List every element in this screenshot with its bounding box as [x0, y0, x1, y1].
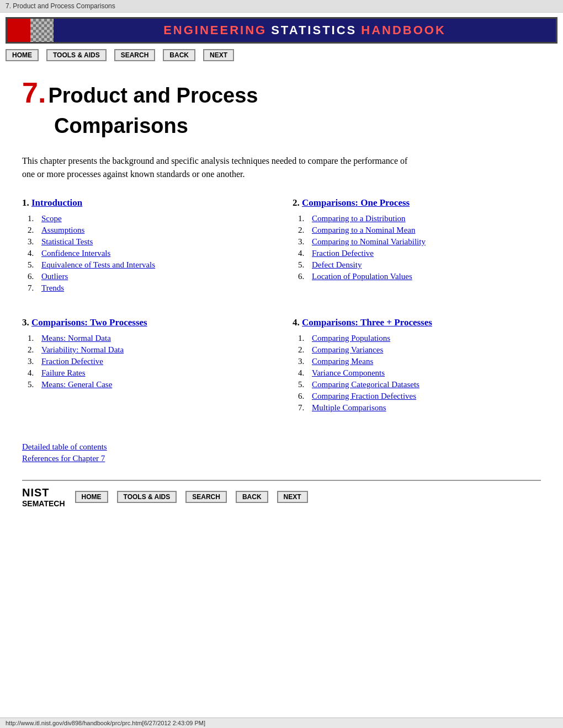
section4-link[interactable]: Comparisons: Three + Processes: [302, 317, 432, 328]
list-item: 4.Failure Rates: [28, 368, 270, 378]
section1-link[interactable]: Introduction: [31, 197, 82, 208]
s3-item4-link[interactable]: Failure Rates: [41, 368, 86, 378]
s4-item3-link[interactable]: Comparing Means: [312, 357, 373, 366]
footer-tools-button[interactable]: TOOLS & AIDS: [117, 491, 177, 503]
s3-item2-link[interactable]: Variability: Normal Data: [41, 345, 124, 355]
chapter-title-line1: Product and Process: [48, 84, 258, 107]
s1-item4-link[interactable]: Confidence Intervals: [41, 249, 110, 258]
section2-list: 1.Comparing to a Distribution 2.Comparin…: [293, 214, 541, 281]
s1-item2-link[interactable]: Assumptions: [41, 226, 84, 235]
browser-title-bar: 7. Product and Process Comparisons: [0, 0, 563, 13]
s2-item1-link[interactable]: Comparing to a Distribution: [312, 214, 406, 223]
footer-back-button[interactable]: BACK: [236, 491, 268, 503]
chapter-title-line2: Comparisons: [54, 114, 541, 138]
list-item: 5.Comparing Categorical Datasets: [298, 380, 541, 389]
nist-sematech-logo: NIST SEMATECH: [22, 486, 65, 508]
section4-list: 1.Comparing Populations 2.Comparing Vari…: [293, 334, 541, 413]
section3-link[interactable]: Comparisons: Two Processes: [31, 317, 147, 328]
s1-item1-link[interactable]: Scope: [41, 214, 62, 223]
references-link[interactable]: References for Chapter 7: [22, 454, 541, 463]
list-item: 2.Comparing Variances: [298, 345, 541, 355]
search-button[interactable]: SEARCH: [114, 49, 156, 61]
chapter-heading: 7. Product and Process: [22, 77, 541, 110]
list-item: 3.Fraction Defective: [28, 357, 270, 366]
section4-title: 4. Comparisons: Three + Processes: [293, 317, 541, 328]
banner-engineering: ENGINEERING: [163, 23, 267, 38]
logo-red-block: [7, 19, 30, 42]
s2-item3-link[interactable]: Comparing to Nominal Variability: [312, 237, 426, 247]
footer-next-button[interactable]: NEXT: [277, 491, 308, 503]
list-item: 6.Comparing Fraction Defectives: [298, 392, 541, 401]
toc-section-3: 3. Comparisons: Two Processes 1.Means: N…: [22, 317, 270, 415]
footer-search-button[interactable]: SEARCH: [185, 491, 227, 503]
footer-bar: NIST SEMATECH HOME TOOLS & AIDS SEARCH B…: [22, 480, 541, 508]
s4-item7-link[interactable]: Multiple Comparisons: [312, 403, 386, 413]
s1-item5-link[interactable]: Equivalence of Tests and Intervals: [41, 260, 155, 270]
s4-item4-link[interactable]: Variance Components: [312, 368, 385, 378]
main-content: 7. Product and Process Comparisons This …: [0, 66, 563, 530]
list-item: 1.Comparing to a Distribution: [298, 214, 541, 223]
list-item: 5.Defect Density: [298, 260, 541, 270]
s1-item7-link[interactable]: Trends: [41, 283, 64, 293]
s3-item1-link[interactable]: Means: Normal Data: [41, 334, 111, 343]
bottom-links: Detailed table of contents References fo…: [22, 442, 541, 463]
list-item: 7.Multiple Comparisons: [298, 403, 541, 413]
list-item: 7.Trends: [28, 283, 270, 293]
s2-item2-link[interactable]: Comparing to a Nominal Mean: [312, 226, 415, 235]
list-item: 4.Variance Components: [298, 368, 541, 378]
s2-item5-link[interactable]: Defect Density: [312, 260, 362, 270]
s1-item3-link[interactable]: Statistical Tests: [41, 237, 93, 247]
url-text: http://www.itl.nist.gov/div898/handbook/…: [6, 720, 205, 726]
next-button[interactable]: NEXT: [203, 49, 234, 61]
s3-item3-link[interactable]: Fraction Defective: [41, 357, 103, 366]
tools-button[interactable]: TOOLS & AIDS: [46, 49, 107, 61]
section2-link[interactable]: Comparisons: One Process: [302, 197, 410, 208]
handbook-banner: ENGINEERING STATISTICS HANDBOOK: [54, 19, 556, 42]
list-item: 5.Means: General Case: [28, 380, 270, 389]
list-item: 3.Comparing to Nominal Variability: [298, 237, 541, 247]
section3-title: 3. Comparisons: Two Processes: [22, 317, 270, 328]
s2-item6-link[interactable]: Location of Population Values: [312, 272, 412, 281]
s4-item5-link[interactable]: Comparing Categorical Datasets: [312, 380, 419, 389]
logo-area: [7, 19, 54, 42]
list-item: 6.Location of Population Values: [298, 272, 541, 281]
section2-number: 2.: [293, 197, 302, 208]
list-item: 6.Outliers: [28, 272, 270, 281]
list-item: 1.Comparing Populations: [298, 334, 541, 343]
home-button[interactable]: HOME: [6, 49, 39, 61]
list-item: 4.Fraction Defective: [298, 249, 541, 258]
list-item: 1.Scope: [28, 214, 270, 223]
toc-section-2: 2. Comparisons: One Process 1.Comparing …: [293, 197, 541, 295]
list-item: 2.Assumptions: [28, 226, 270, 235]
s2-item4-link[interactable]: Fraction Defective: [312, 249, 374, 258]
section3-list: 1.Means: Normal Data 2.Variability: Norm…: [22, 334, 270, 389]
section2-title: 2. Comparisons: One Process: [293, 197, 541, 208]
url-bar: http://www.itl.nist.gov/div898/handbook/…: [0, 718, 563, 728]
section3-number: 3.: [22, 317, 31, 328]
s4-item1-link[interactable]: Comparing Populations: [312, 334, 390, 343]
list-item: 3.Statistical Tests: [28, 237, 270, 247]
s4-item6-link[interactable]: Comparing Fraction Defectives: [312, 392, 416, 401]
list-item: 4.Confidence Intervals: [28, 249, 270, 258]
list-item: 1.Means: Normal Data: [28, 334, 270, 343]
toc-grid: 1. Introduction 1.Scope 2.Assumptions 3.…: [22, 197, 541, 426]
list-item: 2.Variability: Normal Data: [28, 345, 270, 355]
chapter-number: 7.: [22, 77, 46, 109]
section4-number: 4.: [293, 317, 302, 328]
top-nav: HOME TOOLS & AIDS SEARCH BACK NEXT: [0, 48, 563, 66]
logo-checkered: [30, 19, 54, 42]
list-item: 3.Comparing Means: [298, 357, 541, 366]
list-item: 2.Comparing to a Nominal Mean: [298, 226, 541, 235]
s1-item6-link[interactable]: Outliers: [41, 272, 68, 281]
list-item: 5.Equivalence of Tests and Intervals: [28, 260, 270, 270]
banner-statistics: STATISTICS: [271, 23, 357, 38]
toc-section-1: 1. Introduction 1.Scope 2.Assumptions 3.…: [22, 197, 270, 295]
header-wrapper: ENGINEERING STATISTICS HANDBOOK: [6, 17, 557, 44]
section1-number: 1.: [22, 197, 31, 208]
detailed-toc-link[interactable]: Detailed table of contents: [22, 442, 541, 452]
back-button[interactable]: BACK: [163, 49, 195, 61]
s3-item5-link[interactable]: Means: General Case: [41, 380, 112, 389]
s4-item2-link[interactable]: Comparing Variances: [312, 345, 383, 355]
section1-list: 1.Scope 2.Assumptions 3.Statistical Test…: [22, 214, 270, 293]
footer-home-button[interactable]: HOME: [75, 491, 108, 503]
